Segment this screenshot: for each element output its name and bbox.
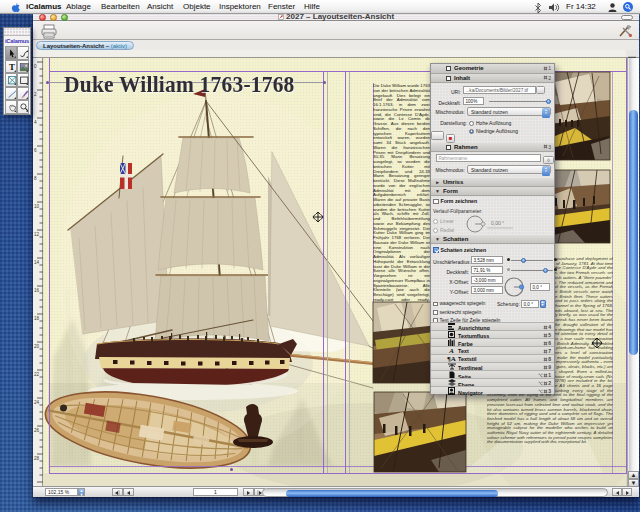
svg-text:26: 26 [34, 428, 40, 433]
svg-text:14: 14 [34, 260, 40, 265]
svg-text:20: 20 [34, 344, 40, 349]
svg-text:24: 24 [34, 400, 40, 405]
svg-text:0,00 °: 0,00 ° [491, 220, 504, 226]
svg-text:4: 4 [34, 120, 37, 125]
svg-text:12: 12 [34, 232, 40, 237]
svg-text:8: 8 [34, 176, 37, 181]
svg-text:22: 22 [34, 372, 40, 377]
svg-text:10: 10 [34, 204, 40, 209]
svg-text:18: 18 [34, 316, 40, 321]
svg-text:2: 2 [34, 92, 37, 97]
svg-text:T: T [8, 62, 14, 72]
svg-text:16: 16 [34, 288, 40, 293]
svg-text:6: 6 [34, 148, 37, 153]
svg-text:0: 0 [34, 64, 37, 69]
svg-text:28: 28 [34, 456, 40, 461]
